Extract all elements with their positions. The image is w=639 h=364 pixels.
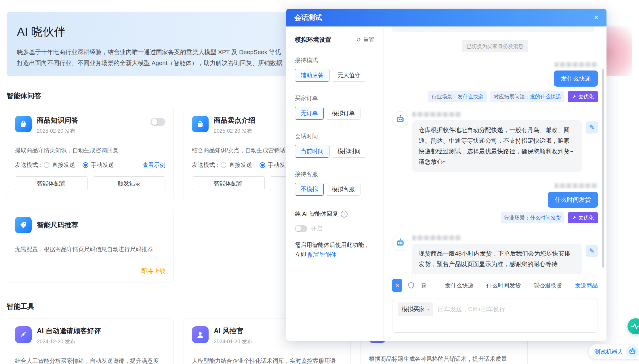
toggle-label: 开启 (311, 225, 323, 232)
card-title: AI 风控官 (214, 326, 252, 336)
bot-message: 现货商品一般48小时内发货，下单后我们会为您尽快安排发货，预售产品以页面显示为准… (392, 235, 598, 274)
card-ai-review-invite: AI 自动邀请顾客好评 2024-12-20 发布 结合人工智能分析买家情绪，自… (7, 319, 174, 364)
card-title: AI 自动邀请顾客好评 (37, 326, 101, 336)
bot-bubble: 仓库根据收件地址自动分配快递，一般有丹鸟、邮政、圆通、韵达、中通等等快递公司，不… (412, 120, 582, 172)
ai-requirement-note: 需启用智能体后使用此功能，立即 配置智能体 (295, 240, 375, 260)
tag-value: 发的什么快递 (530, 93, 561, 100)
reset-label: 重置 (363, 36, 375, 44)
chat-messages: 已切换为买家身份发消息 发什么快递 行业场景： 发什么快递 对应拓展问法： 发的… (384, 26, 606, 278)
extended-question-tag: 对应拓展问法： 发的什么快递 (490, 91, 564, 102)
edit-reply-button[interactable]: ✎ (586, 245, 598, 257)
quick-phrase-return-policy[interactable]: 能否退换货 (533, 282, 562, 289)
pure-ai-reply-label: 纯 AI 智能体回复 (295, 210, 338, 218)
radio-direct-send[interactable]: 直接发送 (44, 161, 75, 169)
card-description: 提取商品详情页知识，自动生成咨询回复 (15, 146, 165, 154)
pencil-icon: ✎ (589, 247, 594, 255)
trigger-record-button[interactable]: 触发记录 (93, 176, 166, 190)
card-publish-date: 2025-02-20 发布 (214, 127, 255, 134)
partial-message-bubble (392, 26, 594, 32)
radio-label: 直接发送 (52, 161, 75, 169)
agent-config-button[interactable]: 智能体配置 (15, 176, 88, 190)
chevron-down-icon: ▾ (427, 307, 429, 312)
user-bubble: 发什么快递 (554, 70, 598, 87)
card-publish-date: 2024-01-20 发布 (214, 338, 252, 345)
optimize-button[interactable]: 去优化 (568, 212, 598, 223)
radio-manual-send[interactable]: 手动发送 (83, 161, 114, 169)
chat-panel: 已切换为买家身份发消息 发什么快递 行业场景： 发什么快递 对应拓展问法： 发的… (384, 26, 606, 341)
option-assisted-reply[interactable]: 辅助应答 (295, 69, 329, 82)
heartbeat-icon (631, 322, 639, 331)
chat-toolbar: × 发什么快递 什么时间发货 能否退换货 发送商品 (384, 278, 606, 293)
system-status-pill: 已切换为买家身份发消息 (462, 40, 528, 52)
group-label-reception-mode: 接待模式 (295, 56, 375, 64)
quick-phrase-shipping-time[interactable]: 什么时间发货 (486, 282, 521, 289)
card-title: 商品知识问答 (37, 116, 78, 125)
modal-header: 会话测试 × (286, 9, 606, 26)
quick-phrases: 发什么快递 什么时间发货 能否退换货 发送商品 (445, 282, 598, 289)
card-title: 智能尺码推荐 (37, 220, 78, 230)
price-tag-icon (15, 217, 32, 233)
coming-soon-badge: 即将上线 (15, 267, 165, 275)
option-no-simulation[interactable]: 不模拟 (295, 183, 324, 196)
card-publish-date: 2025-02-20 发布 (37, 127, 78, 134)
redacted-username (555, 183, 598, 188)
robot-icon (626, 345, 639, 358)
group-label-reception-agent: 接待客服 (295, 170, 375, 178)
radio-circle-icon (260, 162, 265, 168)
test-robot-launcher[interactable]: 测试机器人 (588, 344, 639, 359)
configure-agent-link[interactable]: 配置智能体 (308, 251, 337, 258)
card-title: 商品卖点介绍 (214, 116, 255, 125)
card-description: 无需配置，根据商品详情页尺码信息自动进行尺码推荐 (15, 245, 165, 253)
chat-scrollbar[interactable] (602, 69, 604, 268)
option-simulated-agent[interactable]: 模拟客服 (326, 183, 360, 196)
option-current-time[interactable]: 当前时间 (295, 145, 329, 158)
option-no-order[interactable]: 无订单 (295, 107, 324, 120)
view-example-link[interactable]: 查看示例 (142, 161, 165, 169)
robot-avatar-icon (392, 235, 408, 251)
radio-circle-icon (83, 162, 88, 168)
bot-message: 仓库根据收件地址自动分配快递，一般有丹鸟、邮政、圆通、韵达、中通等等快递公司，不… (392, 111, 598, 172)
shield-button[interactable] (407, 282, 415, 289)
send-mode-label: 发送模式： (192, 161, 221, 169)
person-icon (192, 326, 209, 343)
agent-config-button[interactable]: 智能体配置 (192, 176, 265, 190)
card-product-knowledge-qa: 商品知识问答 2025-02-20 发布 提取商品详情页知识，自动生成咨询回复 … (7, 108, 174, 200)
delete-button[interactable] (420, 282, 428, 289)
persona-selector[interactable]: 模拟买家 ▾ (398, 302, 433, 316)
option-simulated-order[interactable]: 模拟订单 (326, 107, 360, 120)
option-unattended[interactable]: 无人值守 (332, 69, 366, 82)
tag-value: 发什么快递 (457, 93, 483, 100)
option-simulated-time[interactable]: 模拟时间 (332, 145, 366, 158)
message-input[interactable]: 模拟买家 ▾ 回车发送，Ctrl+回车换行 (392, 298, 598, 333)
quick-phrase-send-product[interactable]: 发送商品 (575, 282, 598, 289)
robot-avatar-icon (392, 111, 408, 127)
redacted-bot-name (412, 112, 461, 117)
input-placeholder: 回车发送，Ctrl+回车换行 (438, 302, 505, 313)
shopping-bag-icon (15, 116, 32, 132)
persona-label: 模拟买家 (402, 305, 425, 313)
card-enable-toggle[interactable] (150, 118, 165, 126)
session-test-modal: 会话测试 × 模拟环境设置 ↺ 重置 接待模式 辅助应答 无人值守 买家订单 无… (286, 9, 606, 341)
send-mode-label: 发送模式： (15, 161, 44, 169)
test-robot-label: 测试机器人 (594, 348, 623, 356)
close-icon[interactable]: × (594, 14, 598, 22)
radio-direct-send[interactable]: 直接发送 (221, 161, 252, 169)
clear-context-button[interactable]: × (392, 279, 402, 292)
card-description: 根据商品标题生成各种风格的营销话术，提升话术质量 (369, 355, 519, 363)
reset-button[interactable]: ↺ 重置 (356, 36, 375, 44)
pure-ai-toggle[interactable] (295, 225, 307, 232)
card-size-recommendation: 智能尺码推荐 无需配置，根据商品详情页尺码信息自动进行尺码推荐 即将上线 (7, 209, 174, 283)
card-description: 结合人工智能分析买家情绪，自动发送邀请，提升满意度 (15, 357, 165, 364)
bot-bubble: 现货商品一般48小时内发货，下单后我们会为您尽快安排发货，预售产品以页面显示为准… (412, 244, 582, 274)
edit-reply-button[interactable]: ✎ (586, 121, 598, 134)
radio-circle-icon (44, 162, 49, 168)
optimize-button[interactable]: 去优化 (568, 91, 598, 102)
feather-pen-icon (15, 326, 32, 343)
handbag-icon (192, 116, 209, 132)
radio-circle-icon (221, 162, 226, 168)
scene-tag: 行业场景： 什么时间发货 (501, 212, 564, 223)
quick-phrase-shipping-courier[interactable]: 发什么快递 (445, 282, 474, 289)
modal-title: 会话测试 (294, 13, 322, 22)
optimize-label: 去优化 (578, 214, 594, 221)
tag-label: 对应拓展问法： (494, 93, 530, 100)
